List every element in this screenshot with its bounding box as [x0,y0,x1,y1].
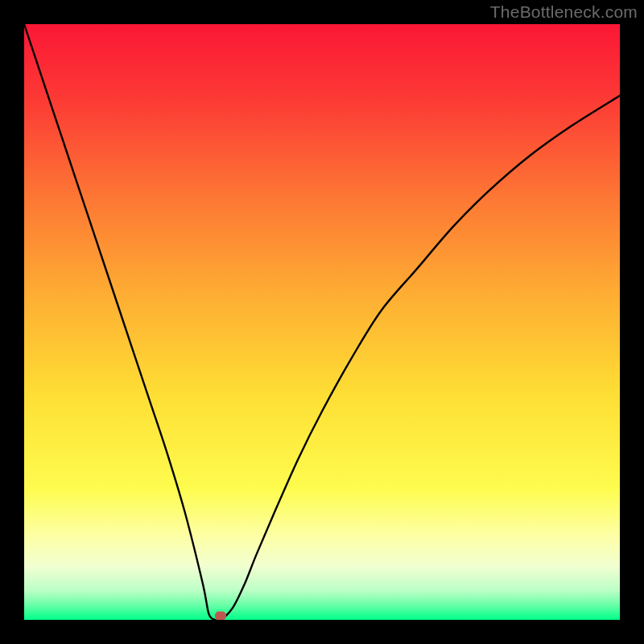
optimum-marker [215,611,226,620]
bottleneck-curve [24,24,620,620]
watermark-text: TheBottleneck.com [490,2,638,22]
plot-area [24,24,620,620]
curve-layer [24,24,620,620]
chart-frame: TheBottleneck.com [0,0,644,644]
